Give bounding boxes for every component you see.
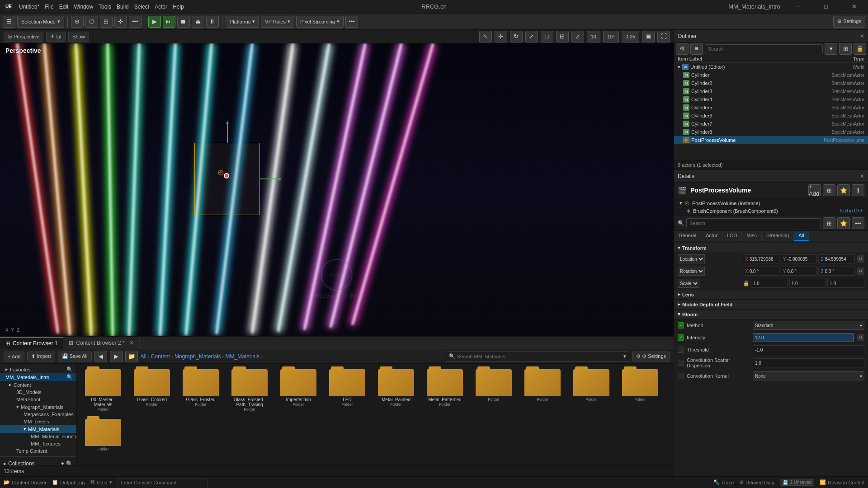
transform-tool[interactable]: ⬡ — [85, 16, 98, 28]
rotation-reset[interactable]: ↺ — [857, 267, 864, 275]
cursor-tool[interactable]: ↖ — [479, 31, 492, 42]
bloom-conv-kernel-check[interactable]: ✓ — [678, 373, 684, 379]
bloom-conv-scatter-input[interactable]: 1.0 — [753, 358, 864, 367]
sidebar-content[interactable]: ▸ Content — [0, 381, 76, 389]
bloom-conv-kernel-select[interactable]: None ▾ — [753, 371, 864, 380]
menu-build[interactable]: Build — [117, 4, 129, 10]
sidebar-mmlevels[interactable]: MM_Levels — [0, 418, 76, 425]
content-drawer-button[interactable]: 📂 Content Drawer — [4, 479, 47, 485]
trace-button[interactable]: 🔦 Trace — [713, 479, 734, 485]
cmd-button[interactable]: ⌘ Cmd ▾ — [90, 479, 112, 485]
maximize-button[interactable]: □ — [816, 0, 836, 14]
viewport-3d[interactable]: ⊕ Perspective X Y Z RRCG RRCG.cn 人人素材 — [0, 43, 674, 336]
cb-tab-2[interactable]: ⊞ Content Browser 2 * ✕ — [63, 337, 139, 349]
view-tool[interactable]: □ — [541, 31, 553, 42]
outliner-row-cyl4[interactable]: M Cylinder4 StaticMeshActor — [674, 95, 868, 103]
component-row-instance[interactable]: ▾ ◎ PostProcessVolume (Instance) — [678, 199, 864, 207]
details-close-icon[interactable]: ✕ — [860, 173, 864, 179]
unsaved-badge[interactable]: 💾 2 Unsaved — [780, 479, 814, 486]
bloom-intensity-reset[interactable]: ↺ — [857, 334, 864, 341]
menu-help[interactable]: Help — [173, 4, 184, 10]
sidebar-favorites[interactable]: ▸ Favorites 🔍 — [0, 366, 76, 373]
cb-back-button[interactable]: ◀ — [94, 351, 107, 362]
cb-tab-1[interactable]: ⊞ Content Browser 1 — [0, 337, 63, 349]
perspective-button[interactable]: ◎ Perspective — [4, 32, 43, 42]
move-tool[interactable]: ✛ — [495, 31, 507, 42]
folder-row2-3[interactable]: Folder — [569, 367, 614, 413]
bloom-intensity-input[interactable]: 12.0 — [753, 333, 854, 342]
sidebar-mmmaterials[interactable]: ▾ MM_Materials — [0, 425, 76, 433]
edit-cpp-button[interactable]: Edit in C++ — [840, 208, 863, 213]
scale-tool[interactable]: ⤢ — [525, 31, 538, 42]
close-button[interactable]: ✕ — [844, 0, 864, 14]
bloom-intensity-check[interactable]: ✓ — [678, 334, 684, 341]
hamburger-menu[interactable]: ☰ — [3, 16, 15, 28]
outliner-sort-icon[interactable]: ≡ — [690, 43, 703, 55]
skip-button[interactable]: ⏭ — [163, 16, 175, 28]
derived-data-button[interactable]: ⚙ Derived Data — [739, 479, 774, 485]
outliner-close-icon[interactable]: ✕ — [860, 33, 864, 39]
lit-button[interactable]: ☀ Lit — [46, 32, 66, 42]
more-tool[interactable]: ••• — [129, 16, 142, 28]
details-tab-general[interactable]: General — [674, 231, 701, 241]
search-collection-icon[interactable]: 🔍 — [66, 460, 73, 465]
maximize-vp[interactable]: ⛶ — [657, 31, 670, 42]
bloom-section-header[interactable]: ▾ Bloom — [674, 310, 868, 319]
details-tab-streaming[interactable]: Streaming — [762, 231, 794, 241]
rotate-tool[interactable]: ↻ — [510, 31, 523, 42]
location-z-input[interactable]: Z84.599354 — [818, 254, 855, 263]
menu-window[interactable]: Window — [74, 4, 93, 10]
scale-x-input[interactable]: 1.0 — [751, 279, 788, 288]
sidebar-mmtextures[interactable]: MM_Textures — [0, 440, 76, 447]
cb-forward-button[interactable]: ▶ — [110, 351, 123, 362]
mobile-dof-section-header[interactable]: ▸ Mobile Depth of Field — [674, 300, 868, 310]
details-layout-icon[interactable]: ⊞ — [823, 184, 835, 196]
rotation-x-input[interactable]: X0.0 ° — [743, 267, 779, 276]
eject-button[interactable]: ⏏ — [192, 16, 204, 28]
collections-header[interactable]: ▸ Collections + 🔍 — [0, 459, 76, 465]
breadcrumb-content[interactable]: Content — [151, 353, 170, 360]
location-reset[interactable]: ↺ — [857, 255, 864, 263]
cb-folder-button[interactable]: 📁 — [125, 351, 138, 362]
folder-row2-1[interactable]: Folder — [471, 367, 516, 413]
details-bookmark-icon[interactable]: ⭐ — [837, 184, 850, 196]
outliner-row-cyl2[interactable]: M Cylinder2 StaticMeshActor — [674, 79, 868, 87]
minimize-button[interactable]: ─ — [788, 0, 808, 14]
details-more-icon[interactable]: ••• — [852, 217, 864, 229]
vp-roles-button[interactable]: VP Roles▾ — [261, 16, 294, 28]
lens-section-header[interactable]: ▸ Lens — [674, 290, 868, 300]
bloom-method-select[interactable]: Standard ▾ — [753, 321, 864, 330]
outliner-row-cyl6[interactable]: M Cylinder6 StaticMeshActor — [674, 112, 868, 120]
grid-vis-tool[interactable]: ⊞ — [556, 31, 569, 42]
cb-search-box[interactable]: 🔍 ▾ — [446, 352, 630, 361]
folder-metal-painted[interactable]: Metal_Painted Folder — [373, 367, 419, 413]
stop-button[interactable]: ⏹ — [177, 16, 190, 28]
menu-edit[interactable]: Edit — [59, 4, 69, 10]
location-x-input[interactable]: X315.729088 — [743, 254, 779, 263]
details-add-button[interactable]: + Add — [808, 184, 821, 196]
rotation-y-input[interactable]: Y0.0 ° — [781, 267, 817, 276]
outliner-row-postprocess[interactable]: V PostProcessVolume PostProcessVolume — [674, 136, 868, 144]
grid-size[interactable]: 10 — [587, 31, 600, 42]
sidebar-tempcontent[interactable]: Temp Content — [0, 447, 76, 455]
scale-z-input[interactable]: 1.0 — [827, 279, 864, 288]
pixel-streaming-button[interactable]: Pixel Streaming▾ — [296, 16, 344, 28]
outliner-filter-icon[interactable]: ⚙ — [676, 43, 689, 55]
outliner-row-cyl1[interactable]: M Cylinder StaticMeshActor — [674, 71, 868, 79]
cam-speed[interactable]: 0.25 — [622, 31, 639, 42]
location-dropdown[interactable]: Location — [678, 254, 705, 263]
details-search-input[interactable] — [686, 218, 821, 228]
bloom-method-check[interactable]: ✓ — [678, 322, 684, 328]
more-options[interactable]: ••• — [345, 16, 358, 28]
angle-size[interactable]: 10° — [603, 31, 619, 42]
menu-tools[interactable]: Tools — [99, 4, 111, 10]
breadcrumb-mm[interactable]: MM_Materials — [226, 353, 259, 360]
screen-icon[interactable]: ▣ — [642, 31, 655, 42]
cb-settings-button[interactable]: ⚙ ⚙ Settings — [632, 352, 670, 361]
snap-angle-tool[interactable]: ⊿ — [571, 31, 584, 42]
outliner-row-cyl8[interactable]: M Cylinder8 StaticMeshActor — [674, 128, 868, 136]
menu-actor[interactable]: Actor — [155, 4, 167, 10]
bloom-threshold-input[interactable]: -1.0 — [753, 345, 864, 354]
menu-select[interactable]: Select — [134, 4, 149, 10]
outliner-row-world[interactable]: ▾ W Untitled (Editor) World — [674, 63, 868, 71]
